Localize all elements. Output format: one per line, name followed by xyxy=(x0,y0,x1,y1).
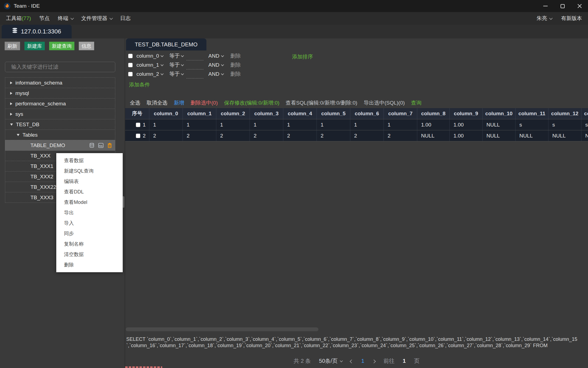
user-menu[interactable]: 朱亮 xyxy=(537,15,552,22)
context-menu-item-view-model[interactable]: 查看Model xyxy=(56,197,123,207)
menu-toolbox[interactable]: 工具箱(77) xyxy=(6,15,31,22)
prev-page-button[interactable] xyxy=(350,358,353,364)
tree-item-tables[interactable]: Tables xyxy=(5,130,115,140)
filter-operator-select[interactable]: 等于 xyxy=(169,61,181,69)
filter-column-select[interactable]: column_1 xyxy=(136,62,161,68)
grid-cell[interactable]: NULL xyxy=(483,130,516,141)
new-database-button[interactable]: 新建库 xyxy=(24,42,45,50)
minimize-button[interactable] xyxy=(537,0,554,12)
filter-value-input[interactable] xyxy=(186,53,203,60)
tree-item-information-schema[interactable]: information_schema xyxy=(5,77,115,88)
filter-logic-select[interactable]: AND xyxy=(208,62,221,68)
query-button[interactable]: 查询 xyxy=(411,99,422,106)
sql-query-icon[interactable]: SQL xyxy=(98,143,103,148)
context-menu-item-delete[interactable]: 删除 xyxy=(56,260,123,270)
refresh-button[interactable]: 刷新 xyxy=(5,42,20,50)
tree-item-table-demo[interactable]: TABLE_DEMO SQL xyxy=(5,140,115,151)
goto-page-value[interactable]: 1 xyxy=(403,358,406,364)
info-button[interactable]: 信息 xyxy=(79,42,94,50)
filter-value-input[interactable] xyxy=(186,71,203,78)
delete-selected-button[interactable]: 删除选中(0) xyxy=(191,99,218,106)
menu-node[interactable]: 节点 xyxy=(39,15,50,22)
close-button[interactable] xyxy=(571,0,588,12)
filter-operator-select[interactable]: 等于 xyxy=(169,71,181,78)
grid-cell[interactable]: 1 xyxy=(384,119,417,130)
grid-cell[interactable]: s xyxy=(581,119,588,130)
filter-column-select[interactable]: column_2 xyxy=(136,71,161,77)
grid-cell[interactable]: NULL xyxy=(548,130,581,141)
grid-cell[interactable]: 1 xyxy=(216,119,250,130)
add-condition-link[interactable]: 添加条件 xyxy=(129,81,588,88)
current-page[interactable]: 1 xyxy=(361,358,364,364)
filter-checkbox[interactable] xyxy=(128,72,133,76)
tree-item-performance-schema[interactable]: performance_schema xyxy=(5,98,115,109)
grid-cell[interactable]: 2 xyxy=(250,130,283,141)
next-page-button[interactable] xyxy=(373,358,375,364)
tree-item-sys[interactable]: sys xyxy=(5,109,115,119)
add-row-button[interactable]: 新增 xyxy=(174,99,184,106)
context-menu-item-copy-name[interactable]: 复制名称 xyxy=(56,239,123,249)
grid-cell[interactable]: 2 xyxy=(283,130,317,141)
horizontal-scrollbar[interactable] xyxy=(126,327,318,331)
filter-operator-select[interactable]: 等于 xyxy=(169,52,181,60)
maximize-button[interactable] xyxy=(554,0,571,12)
context-menu-item-clear-data[interactable]: 清空数据 xyxy=(56,249,123,260)
grid-cell[interactable]: 2 xyxy=(350,130,384,141)
filter-column-select[interactable]: column_0 xyxy=(136,53,161,59)
save-changes-button[interactable]: 保存修改(编辑:0/新增:0) xyxy=(224,99,279,106)
connection-tab[interactable]: 127.0.0.1:3306 xyxy=(2,25,72,38)
select-all-button[interactable]: 全选 xyxy=(130,99,140,106)
tree-item-mysql[interactable]: mysql xyxy=(5,88,115,99)
grid-cell[interactable]: 1 xyxy=(183,119,216,130)
grid-cell[interactable]: 2 xyxy=(384,130,417,141)
grid-cell[interactable]: s xyxy=(548,119,581,130)
grid-cell[interactable]: 1 xyxy=(317,119,350,130)
grid-cell[interactable]: NULL xyxy=(581,130,588,141)
grid-cell[interactable]: 1.00 xyxy=(417,119,450,130)
tree-filter-input[interactable]: 输入关键字进行过滤 xyxy=(5,62,115,72)
grid-cell[interactable]: 1 xyxy=(350,119,384,130)
tree-item-test-db[interactable]: TEST_DB xyxy=(5,119,115,130)
view-sql-button[interactable]: 查看SQL(编辑:0/新增:0/删除:0) xyxy=(286,99,357,106)
grid-row[interactable]: 1 1 1 1 1 1 1 1 1 1.00 1.00 NULL s s s xyxy=(125,119,588,130)
context-menu-item-view-ddl[interactable]: 查看DDL xyxy=(56,187,123,197)
grid-cell[interactable]: 1 xyxy=(250,119,283,130)
grid-cell[interactable]: 2 xyxy=(149,130,183,141)
grid-cell[interactable]: 2 xyxy=(183,130,216,141)
context-menu-item-import[interactable]: 导入 xyxy=(56,218,123,228)
deselect-all-button[interactable]: 取消全选 xyxy=(147,99,167,106)
table-tab[interactable]: TEST_DB.TABLE_DEMO xyxy=(126,38,206,50)
grid-row[interactable]: 2 2 2 2 2 2 2 2 2 NULL 1.00 NULL NULL NU… xyxy=(125,130,588,141)
grid-cell[interactable]: 1.00 xyxy=(450,119,483,130)
filter-logic-select[interactable]: AND xyxy=(208,53,221,59)
sidebar-scrollbar[interactable] xyxy=(122,196,124,208)
filter-remove-button[interactable]: 删除 xyxy=(230,61,241,69)
filter-checkbox[interactable] xyxy=(128,63,133,67)
table-data-icon[interactable] xyxy=(89,143,94,148)
grid-cell[interactable]: 1.00 xyxy=(450,130,483,141)
filter-remove-button[interactable]: 删除 xyxy=(230,71,241,78)
context-menu-item-edit-table[interactable]: 编辑表 xyxy=(56,176,123,187)
filter-value-input[interactable] xyxy=(186,62,203,69)
context-menu-item-export[interactable]: 导出 xyxy=(56,207,123,218)
menu-log[interactable]: 日志 xyxy=(120,15,131,22)
trash-icon[interactable] xyxy=(108,143,112,148)
grid-cell[interactable]: 2 xyxy=(317,130,350,141)
filter-remove-button[interactable]: 删除 xyxy=(230,52,241,60)
filter-checkbox[interactable] xyxy=(128,54,133,58)
grid-cell[interactable]: NULL xyxy=(516,130,548,141)
filter-logic-select[interactable]: AND xyxy=(208,71,221,77)
export-selected-button[interactable]: 导出选中(SQL)(0) xyxy=(364,99,405,106)
grid-cell[interactable]: NULL xyxy=(483,119,516,130)
context-menu-item-view-data[interactable]: 查看数据 xyxy=(56,155,123,166)
row-checkbox[interactable] xyxy=(136,123,140,127)
update-link[interactable]: 有新版本 xyxy=(561,15,582,22)
context-menu-item-new-sql-query[interactable]: 新建SQL查询 xyxy=(56,166,123,176)
menu-file-manager[interactable]: 文件管理器 xyxy=(81,15,112,22)
grid-cell[interactable]: s xyxy=(516,119,548,130)
grid-cell[interactable]: 1 xyxy=(149,119,183,130)
grid-cell[interactable]: 2 xyxy=(216,130,250,141)
menu-terminal[interactable]: 终端 xyxy=(58,15,73,22)
new-query-button[interactable]: 新建查询 xyxy=(49,42,74,50)
add-sort-link[interactable]: 添加排序 xyxy=(292,53,313,60)
